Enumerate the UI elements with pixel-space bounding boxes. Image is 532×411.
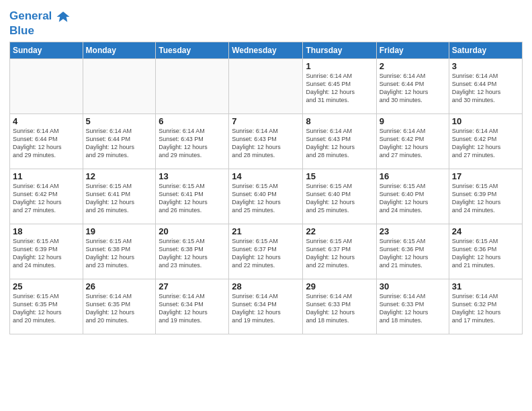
day-info: Sunrise: 6:14 AMSunset: 6:42 PMDaylight:… — [380, 127, 446, 160]
calendar-page: General Blue SundayMondayTuesdayWednesda… — [0, 0, 532, 411]
calendar-cell: 27Sunrise: 6:14 AMSunset: 6:34 PMDayligh… — [156, 279, 229, 334]
day-number: 3 — [452, 61, 519, 71]
day-number: 1 — [306, 61, 373, 71]
day-info: Sunrise: 6:14 AMSunset: 6:34 PMDaylight:… — [232, 292, 300, 325]
calendar-cell: 19Sunrise: 6:15 AMSunset: 6:38 PMDayligh… — [83, 224, 156, 279]
day-number: 17 — [452, 171, 519, 181]
calendar-cell: 28Sunrise: 6:14 AMSunset: 6:34 PMDayligh… — [229, 279, 303, 334]
day-info: Sunrise: 6:15 AMSunset: 6:40 PMDaylight:… — [232, 182, 300, 215]
calendar-cell: 25Sunrise: 6:15 AMSunset: 6:35 PMDayligh… — [10, 279, 83, 334]
logo-blue: Blue — [9, 24, 71, 38]
calendar-cell: 5Sunrise: 6:14 AMSunset: 6:44 PMDaylight… — [83, 113, 156, 169]
day-info: Sunrise: 6:14 AMSunset: 6:32 PMDaylight:… — [452, 292, 519, 325]
calendar-cell: 29Sunrise: 6:14 AMSunset: 6:33 PMDayligh… — [303, 279, 376, 334]
calendar-cell: 20Sunrise: 6:15 AMSunset: 6:38 PMDayligh… — [156, 224, 229, 279]
day-number: 8 — [306, 116, 373, 126]
day-info: Sunrise: 6:15 AMSunset: 6:41 PMDaylight:… — [86, 182, 153, 215]
day-number: 11 — [13, 171, 80, 181]
day-info: Sunrise: 6:14 AMSunset: 6:44 PMDaylight:… — [13, 127, 80, 160]
weekday-header-row: SundayMondayTuesdayWednesdayThursdayFrid… — [10, 42, 523, 58]
calendar-cell: 23Sunrise: 6:15 AMSunset: 6:36 PMDayligh… — [376, 224, 449, 279]
calendar-cell: 10Sunrise: 6:14 AMSunset: 6:42 PMDayligh… — [449, 113, 522, 169]
calendar-cell: 4Sunrise: 6:14 AMSunset: 6:44 PMDaylight… — [10, 113, 83, 169]
day-info: Sunrise: 6:14 AMSunset: 6:34 PMDaylight:… — [159, 292, 226, 325]
day-number: 30 — [380, 281, 446, 291]
weekday-header-tuesday: Tuesday — [156, 42, 229, 58]
day-info: Sunrise: 6:14 AMSunset: 6:33 PMDaylight:… — [380, 292, 446, 325]
calendar-cell: 22Sunrise: 6:15 AMSunset: 6:37 PMDayligh… — [303, 224, 376, 279]
day-info: Sunrise: 6:15 AMSunset: 6:36 PMDaylight:… — [452, 237, 519, 270]
day-number: 20 — [159, 226, 226, 236]
calendar-cell: 16Sunrise: 6:15 AMSunset: 6:40 PMDayligh… — [376, 169, 449, 224]
calendar-cell: 26Sunrise: 6:14 AMSunset: 6:35 PMDayligh… — [83, 279, 156, 334]
weekday-header-monday: Monday — [83, 42, 156, 58]
calendar-cell: 12Sunrise: 6:15 AMSunset: 6:41 PMDayligh… — [83, 169, 156, 224]
svg-marker-0 — [57, 11, 70, 22]
day-info: Sunrise: 6:14 AMSunset: 6:44 PMDaylight:… — [380, 72, 446, 105]
day-number: 16 — [380, 171, 446, 181]
day-info: Sunrise: 6:15 AMSunset: 6:37 PMDaylight:… — [306, 237, 373, 270]
day-info: Sunrise: 6:14 AMSunset: 6:43 PMDaylight:… — [232, 127, 300, 160]
day-number: 12 — [86, 171, 153, 181]
day-info: Sunrise: 6:14 AMSunset: 6:33 PMDaylight:… — [306, 292, 373, 325]
day-number: 14 — [232, 171, 300, 181]
calendar-table: SundayMondayTuesdayWednesdayThursdayFrid… — [9, 42, 523, 334]
day-info: Sunrise: 6:15 AMSunset: 6:38 PMDaylight:… — [86, 237, 153, 270]
logo: General Blue — [9, 9, 71, 38]
calendar-cell: 21Sunrise: 6:15 AMSunset: 6:37 PMDayligh… — [229, 224, 303, 279]
weekday-header-wednesday: Wednesday — [229, 42, 303, 58]
calendar-cell: 17Sunrise: 6:15 AMSunset: 6:39 PMDayligh… — [449, 169, 522, 224]
day-info: Sunrise: 6:14 AMSunset: 6:44 PMDaylight:… — [452, 72, 519, 105]
day-number: 7 — [232, 116, 300, 126]
day-number: 29 — [306, 281, 373, 291]
calendar-cell: 13Sunrise: 6:15 AMSunset: 6:41 PMDayligh… — [156, 169, 229, 224]
calendar-cell: 24Sunrise: 6:15 AMSunset: 6:36 PMDayligh… — [449, 224, 522, 279]
week-row-3: 11Sunrise: 6:14 AMSunset: 6:42 PMDayligh… — [10, 169, 523, 224]
weekday-header-friday: Friday — [376, 42, 449, 58]
calendar-cell: 11Sunrise: 6:14 AMSunset: 6:42 PMDayligh… — [10, 169, 83, 224]
day-number: 21 — [232, 226, 300, 236]
week-row-2: 4Sunrise: 6:14 AMSunset: 6:44 PMDaylight… — [10, 113, 523, 169]
calendar-cell: 31Sunrise: 6:14 AMSunset: 6:32 PMDayligh… — [449, 279, 522, 334]
day-number: 26 — [86, 281, 153, 291]
calendar-cell: 7Sunrise: 6:14 AMSunset: 6:43 PMDaylight… — [229, 113, 303, 169]
day-number: 22 — [306, 226, 373, 236]
calendar-cell: 1Sunrise: 6:14 AMSunset: 6:45 PMDaylight… — [303, 58, 376, 113]
day-info: Sunrise: 6:15 AMSunset: 6:40 PMDaylight:… — [306, 182, 373, 215]
weekday-header-sunday: Sunday — [10, 42, 83, 58]
day-number: 23 — [380, 226, 446, 236]
day-number: 31 — [452, 281, 519, 291]
calendar-cell: 8Sunrise: 6:14 AMSunset: 6:43 PMDaylight… — [303, 113, 376, 169]
day-info: Sunrise: 6:14 AMSunset: 6:43 PMDaylight:… — [159, 127, 226, 160]
day-info: Sunrise: 6:15 AMSunset: 6:39 PMDaylight:… — [452, 182, 519, 215]
day-number: 10 — [452, 116, 519, 126]
calendar-cell: 6Sunrise: 6:14 AMSunset: 6:43 PMDaylight… — [156, 113, 229, 169]
day-info: Sunrise: 6:15 AMSunset: 6:38 PMDaylight:… — [159, 237, 226, 270]
week-row-5: 25Sunrise: 6:15 AMSunset: 6:35 PMDayligh… — [10, 279, 523, 334]
day-info: Sunrise: 6:14 AMSunset: 6:42 PMDaylight:… — [452, 127, 519, 160]
day-number: 24 — [452, 226, 519, 236]
day-info: Sunrise: 6:14 AMSunset: 6:42 PMDaylight:… — [13, 182, 80, 215]
day-info: Sunrise: 6:15 AMSunset: 6:35 PMDaylight:… — [13, 292, 80, 325]
day-info: Sunrise: 6:14 AMSunset: 6:44 PMDaylight:… — [86, 127, 153, 160]
week-row-1: 1Sunrise: 6:14 AMSunset: 6:45 PMDaylight… — [10, 58, 523, 113]
day-info: Sunrise: 6:14 AMSunset: 6:43 PMDaylight:… — [306, 127, 373, 160]
day-info: Sunrise: 6:14 AMSunset: 6:35 PMDaylight:… — [86, 292, 153, 325]
day-number: 9 — [380, 116, 446, 126]
calendar-cell: 9Sunrise: 6:14 AMSunset: 6:42 PMDaylight… — [376, 113, 449, 169]
day-number: 5 — [86, 116, 153, 126]
logo-general: General — [9, 9, 52, 22]
calendar-cell: 18Sunrise: 6:15 AMSunset: 6:39 PMDayligh… — [10, 224, 83, 279]
calendar-cell: 3Sunrise: 6:14 AMSunset: 6:44 PMDaylight… — [449, 58, 522, 113]
week-row-4: 18Sunrise: 6:15 AMSunset: 6:39 PMDayligh… — [10, 224, 523, 279]
weekday-header-saturday: Saturday — [449, 42, 522, 58]
day-info: Sunrise: 6:15 AMSunset: 6:36 PMDaylight:… — [380, 237, 446, 270]
calendar-cell: 14Sunrise: 6:15 AMSunset: 6:40 PMDayligh… — [229, 169, 303, 224]
day-info: Sunrise: 6:14 AMSunset: 6:45 PMDaylight:… — [306, 72, 373, 105]
calendar-cell — [156, 58, 229, 113]
calendar-cell: 2Sunrise: 6:14 AMSunset: 6:44 PMDaylight… — [376, 58, 449, 113]
weekday-header-thursday: Thursday — [303, 42, 376, 58]
day-info: Sunrise: 6:15 AMSunset: 6:41 PMDaylight:… — [159, 182, 226, 215]
day-info: Sunrise: 6:15 AMSunset: 6:40 PMDaylight:… — [380, 182, 446, 215]
day-number: 19 — [86, 226, 153, 236]
